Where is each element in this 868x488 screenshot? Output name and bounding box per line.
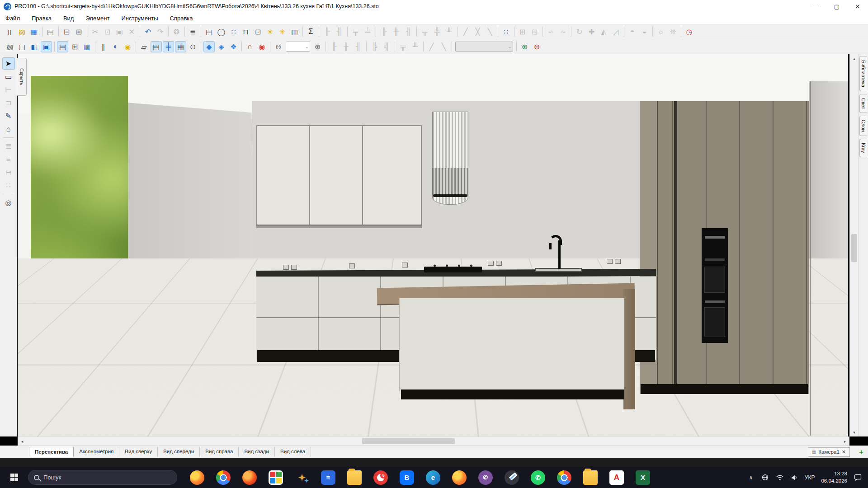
wall-socket[interactable]	[607, 259, 613, 264]
report4-icon[interactable]: ∷	[2, 179, 15, 192]
material-combo[interactable]: ⌄	[455, 42, 513, 52]
show-contours-icon[interactable]: ⊙	[187, 41, 198, 52]
align-bars3-icon[interactable]: ╨	[443, 26, 455, 38]
distribute-v3-icon[interactable]: ╢	[353, 41, 364, 52]
viber-icon[interactable]: ✆	[478, 470, 493, 485]
notifications-icon[interactable]	[854, 474, 862, 482]
ungroup-icon[interactable]: ⊟	[529, 26, 540, 38]
maximize-button[interactable]: ▢	[826, 0, 847, 13]
render-grid-icon[interactable]: ∷	[500, 26, 512, 38]
copy-icon[interactable]: ⊡	[102, 26, 113, 38]
mirror-tool-icon[interactable]: ◭	[598, 26, 609, 38]
snap-grid-icon[interactable]: ◆	[203, 41, 215, 52]
light-bulb-icon[interactable]: ◉	[122, 41, 133, 52]
flare-off-icon[interactable]: ❊	[667, 26, 679, 38]
report-document-icon[interactable]: ▤	[203, 26, 215, 38]
excel-icon[interactable]: X	[636, 470, 650, 485]
select-tool-icon[interactable]: ➤	[2, 57, 15, 70]
price-list-icon[interactable]: ▥	[289, 26, 300, 38]
report3-icon[interactable]: ∺	[2, 166, 15, 178]
view-tab-вид-сзади[interactable]: Вид сзади	[239, 447, 275, 457]
print-icon[interactable]: ⊟	[61, 26, 72, 38]
panel-tab-kray[interactable]: Kray	[859, 139, 867, 157]
zoom-in-icon[interactable]: ⊕	[312, 41, 323, 52]
align-right-rail-icon[interactable]: ╢	[334, 26, 345, 38]
zoom-level-combo[interactable]: ⌄	[286, 42, 310, 52]
report1-icon[interactable]: ≣	[2, 140, 15, 152]
menu-item-правка[interactable]: Правка	[32, 15, 52, 22]
align-edge1-icon[interactable]: ╠	[369, 41, 380, 52]
tray-expand-icon[interactable]: ∧	[747, 474, 755, 482]
rotate-step2-icon[interactable]: ╲	[438, 41, 449, 52]
wall-socket[interactable]	[488, 261, 494, 266]
ellipsoid2-icon[interactable]: ◒	[639, 26, 650, 38]
taskbar-clock[interactable]: 13:28 06.04.2026	[821, 470, 847, 484]
proj-ortho-icon[interactable]: ▥	[81, 41, 93, 52]
print-preview-icon[interactable]: ⊞	[73, 26, 85, 38]
start-button[interactable]	[6, 470, 22, 485]
align-bars2-icon[interactable]: ╬	[431, 26, 443, 38]
scale-tool-icon[interactable]: ◿	[610, 26, 622, 38]
sunlight-icon[interactable]: ☀	[264, 26, 276, 38]
open-example-icon[interactable]: ▤	[45, 26, 56, 38]
show-descriptions-icon[interactable]: ▤	[151, 41, 162, 52]
distribute-h1-icon[interactable]: ╟	[378, 26, 390, 38]
distribute-h3-icon[interactable]: ╢	[403, 26, 414, 38]
label-tool-icon[interactable]: ⊐	[2, 97, 15, 109]
smooth-shading-icon[interactable]: ◐	[110, 41, 121, 52]
view-color-icon[interactable]: ◧	[28, 41, 40, 52]
gas-hob[interactable]	[424, 267, 482, 272]
view-hidden-line-icon[interactable]: ▢	[16, 41, 28, 52]
panel-tab-слои[interactable]: Слои	[859, 116, 867, 136]
add-view-tab-button[interactable]: +	[859, 448, 863, 457]
vertical-scrollbar[interactable]: ▴ ▾	[849, 54, 858, 436]
wall-socket[interactable]	[291, 265, 297, 270]
delete-icon[interactable]: ✕	[126, 26, 137, 38]
align-bottom-rail-icon[interactable]: ╧	[362, 26, 373, 38]
close-button[interactable]: ✕	[847, 0, 868, 13]
settings-gear-icon[interactable]: ❂	[171, 26, 182, 38]
align-edge4-icon[interactable]: ╨	[410, 41, 421, 52]
undo-icon[interactable]: ↶	[142, 26, 154, 38]
new-file-icon[interactable]: ▯	[4, 26, 15, 38]
firefox-icon-2[interactable]	[452, 470, 467, 485]
tilt3-icon[interactable]: ╲	[484, 26, 495, 38]
kitchen-island[interactable]	[399, 298, 624, 391]
copilot-icon[interactable]: ✦✦	[295, 470, 309, 485]
snap-points-icon[interactable]: ◈	[216, 41, 227, 52]
network-globe-icon[interactable]	[761, 474, 769, 482]
curve1-icon[interactable]: ∽	[545, 26, 557, 38]
pro100-taskbar-icon[interactable]	[505, 470, 519, 485]
move-tool-icon[interactable]: ✚	[586, 26, 597, 38]
ellipse-tool-icon[interactable]: ◯	[216, 26, 227, 38]
paste-icon[interactable]: ▣	[114, 26, 125, 38]
scroll-down-icon[interactable]: ▾	[850, 428, 859, 436]
redo-icon[interactable]: ↷	[155, 26, 166, 38]
wifi-icon[interactable]	[776, 474, 784, 482]
firefox-dev-icon[interactable]	[242, 470, 257, 485]
magnet-icon[interactable]: ∩	[244, 41, 255, 52]
render-flare-icon[interactable]: ✳	[277, 26, 288, 38]
view-tab-аксонометрия[interactable]: Аксонометрия	[74, 447, 119, 457]
volume-icon[interactable]	[790, 474, 798, 482]
taskbar-search[interactable]: Пошук	[28, 470, 177, 485]
element-window-icon[interactable]: ⊡	[252, 26, 264, 38]
align-top-rail-icon[interactable]: ╤	[350, 26, 361, 38]
scroll-left-icon[interactable]: ◂	[18, 437, 27, 446]
group-icon[interactable]: ⊞	[517, 26, 528, 38]
view-textured-icon[interactable]: ▣	[41, 41, 52, 52]
magnet-target-icon[interactable]: ◉	[256, 41, 268, 52]
view-tab-вид-справа[interactable]: Вид справа	[200, 447, 239, 457]
show-grid-icon[interactable]: ▦	[175, 41, 186, 52]
viewport-3d[interactable]	[18, 54, 848, 436]
menu-item-файл[interactable]: Файл	[5, 15, 20, 22]
cut-icon[interactable]: ✂	[90, 26, 101, 38]
add-element-icon[interactable]: ▭	[2, 70, 15, 83]
ellipsoid1-icon[interactable]: ◓	[627, 26, 638, 38]
view-tab-перспектива[interactable]: Перспектива	[29, 447, 74, 457]
panel-tab-библиотека[interactable]: Библиотека	[859, 56, 867, 91]
dimension-tool-icon[interactable]: ⊢	[2, 84, 15, 96]
distribute-v1-icon[interactable]: ╟	[328, 41, 340, 52]
textures-toggle-icon[interactable]: ▱	[138, 41, 150, 52]
vk-icon[interactable]: B	[400, 470, 414, 485]
